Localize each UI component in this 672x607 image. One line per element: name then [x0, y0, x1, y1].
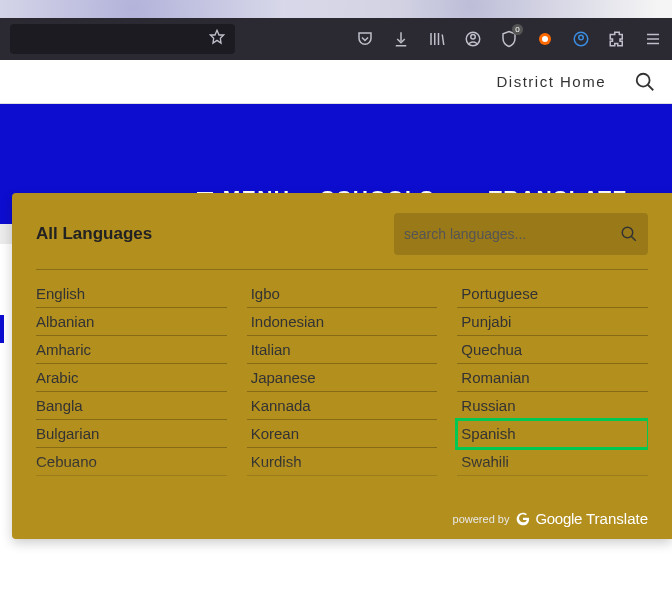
- language-label: Quechua: [461, 341, 522, 358]
- language-label: Swahili: [461, 453, 509, 470]
- language-label: Korean: [251, 425, 299, 442]
- language-option[interactable]: Korean: [247, 420, 438, 448]
- google-g-icon: [515, 511, 531, 527]
- language-option[interactable]: Kannada: [247, 392, 438, 420]
- language-option[interactable]: Russian: [457, 392, 648, 420]
- language-label: Indonesian: [251, 313, 324, 330]
- svg-point-7: [637, 73, 650, 86]
- google-translate-logo: Google Translate: [515, 510, 648, 527]
- account-icon[interactable]: [464, 30, 482, 48]
- shield-badge: 0: [512, 24, 523, 35]
- language-option[interactable]: Romanian: [457, 364, 648, 392]
- language-option[interactable]: Albanian: [36, 308, 227, 336]
- language-label: Amharic: [36, 341, 91, 358]
- language-label: Italian: [251, 341, 291, 358]
- language-option[interactable]: Amharic: [36, 336, 227, 364]
- site-search-icon[interactable]: [634, 71, 656, 93]
- language-label: Kurdish: [251, 453, 302, 470]
- download-icon[interactable]: [392, 30, 410, 48]
- language-option[interactable]: Indonesian: [247, 308, 438, 336]
- svg-point-6: [579, 35, 584, 40]
- language-option[interactable]: Quechua: [457, 336, 648, 364]
- language-option[interactable]: Punjabi: [457, 308, 648, 336]
- language-label: Punjabi: [461, 313, 511, 330]
- language-option[interactable]: Kurdish: [247, 448, 438, 476]
- language-option[interactable]: Spanish: [457, 420, 648, 448]
- language-option[interactable]: Swahili: [457, 448, 648, 476]
- language-label: Spanish: [461, 425, 515, 442]
- browser-toolbar: 0: [0, 18, 672, 60]
- language-label: Cebuano: [36, 453, 97, 470]
- language-panel: All Languages ✓EnglishAlbanianAmharicAra…: [12, 193, 672, 539]
- language-option[interactable]: Bangla: [36, 392, 227, 420]
- language-option[interactable]: Igbo: [247, 280, 438, 308]
- translate-word: Translate: [586, 510, 648, 527]
- svg-line-8: [648, 84, 654, 90]
- panel-divider: [36, 269, 648, 270]
- language-option[interactable]: Italian: [247, 336, 438, 364]
- language-label: Arabic: [36, 369, 79, 386]
- language-search[interactable]: [394, 213, 648, 255]
- language-label: Albanian: [36, 313, 94, 330]
- url-bar[interactable]: [10, 24, 235, 54]
- language-option[interactable]: ✓English: [36, 280, 227, 308]
- language-label: Igbo: [251, 285, 280, 302]
- language-grid: ✓EnglishAlbanianAmharicArabicBanglaBulga…: [36, 280, 648, 476]
- google-word: Google: [535, 510, 582, 527]
- bookmark-star-icon[interactable]: [209, 29, 225, 49]
- language-label: Japanese: [251, 369, 316, 386]
- powered-by: powered by Google Translate: [36, 490, 648, 527]
- browser-tab-strip: [0, 0, 672, 18]
- language-option[interactable]: Bulgarian: [36, 420, 227, 448]
- language-option[interactable]: Arabic: [36, 364, 227, 392]
- library-icon[interactable]: [428, 30, 446, 48]
- svg-point-2: [471, 35, 476, 40]
- panel-title: All Languages: [36, 224, 152, 244]
- language-search-input[interactable]: [404, 226, 620, 242]
- language-label: Kannada: [251, 397, 311, 414]
- language-option[interactable]: Portuguese: [457, 280, 648, 308]
- language-label: Russian: [461, 397, 515, 414]
- search-icon[interactable]: [620, 225, 638, 243]
- svg-point-4: [542, 36, 548, 42]
- language-label: Portuguese: [461, 285, 538, 302]
- svg-marker-0: [210, 30, 223, 43]
- language-label: Romanian: [461, 369, 529, 386]
- language-label: English: [36, 285, 85, 302]
- svg-line-10: [631, 236, 636, 241]
- accent-edge: [0, 315, 4, 343]
- powered-by-label: powered by: [453, 513, 510, 525]
- profile-icon[interactable]: [572, 30, 590, 48]
- language-label: Bangla: [36, 397, 83, 414]
- extensions-icon[interactable]: [608, 30, 626, 48]
- app-menu-icon[interactable]: [644, 30, 662, 48]
- ublock-icon[interactable]: [536, 30, 554, 48]
- language-option[interactable]: Japanese: [247, 364, 438, 392]
- pocket-icon[interactable]: [356, 30, 374, 48]
- shield-icon[interactable]: 0: [500, 30, 518, 48]
- language-option[interactable]: Cebuano: [36, 448, 227, 476]
- district-header: District Home: [0, 60, 672, 104]
- svg-point-9: [622, 227, 633, 238]
- district-home-link[interactable]: District Home: [496, 73, 606, 90]
- language-label: Bulgarian: [36, 425, 99, 442]
